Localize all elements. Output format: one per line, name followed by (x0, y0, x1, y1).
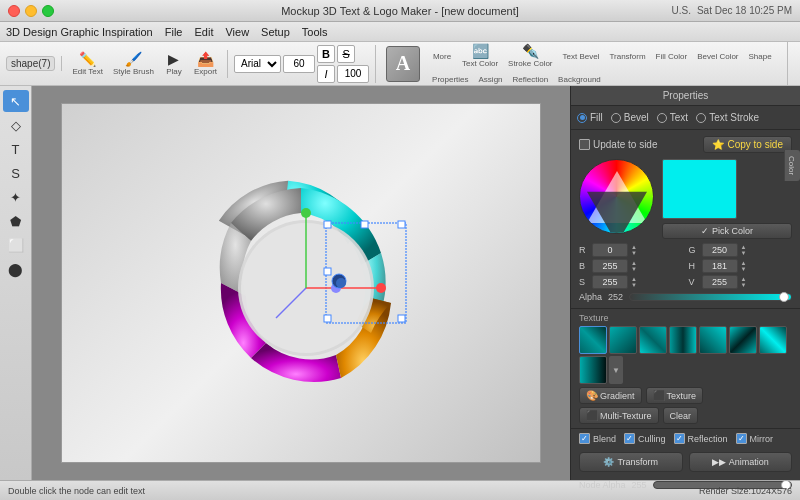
color-wheel[interactable] (579, 159, 654, 234)
properties-button[interactable]: Properties (428, 72, 472, 86)
strikethrough-button[interactable]: S (337, 45, 355, 63)
checks-row: Blend Culling Reflection Mirror (571, 429, 800, 448)
svg-rect-8 (324, 268, 331, 275)
texture-scroll[interactable]: ▼ (609, 356, 623, 384)
polygon-tool[interactable]: ⬟ (3, 210, 29, 232)
bevel-color-button[interactable]: Bevel Color (693, 49, 742, 63)
reflection-checkbox[interactable] (674, 433, 685, 444)
titlebar-right: U.S. Sat Dec 18 10:25 PM (671, 5, 792, 16)
gradient-button[interactable]: 🎨 Gradient (579, 387, 642, 404)
app-name: 3D Design Graphic Inspiration (6, 26, 153, 38)
stroke-color-button[interactable]: ✒️ Stroke Color (504, 42, 556, 70)
update-checkbox[interactable] (579, 139, 590, 150)
b-input[interactable] (592, 259, 628, 273)
pick-color-button[interactable]: Pick Color (662, 223, 792, 239)
g-input[interactable] (702, 243, 738, 257)
color-side-tab[interactable]: Color (784, 150, 800, 181)
update-to-side-checkbox[interactable]: Update to side (579, 139, 658, 150)
v-input[interactable] (702, 275, 738, 289)
reflection-button[interactable]: Reflection (509, 72, 553, 86)
blend-checkbox[interactable] (579, 433, 590, 444)
alpha-slider[interactable] (629, 293, 792, 301)
blend-check[interactable]: Blend (579, 433, 616, 444)
h-input[interactable] (702, 259, 738, 273)
culling-label: Culling (638, 434, 666, 444)
text-bevel-button[interactable]: Text Bevel (559, 49, 604, 63)
close-button[interactable] (8, 5, 20, 17)
canvas-area[interactable] (32, 86, 570, 480)
play-button[interactable]: ▶ Play (160, 50, 188, 78)
font-size-large-input[interactable] (337, 65, 369, 83)
reflection-check[interactable]: Reflection (674, 433, 728, 444)
b-stepper[interactable]: ▲▼ (631, 260, 637, 272)
fullscreen-button[interactable] (42, 5, 54, 17)
text-tool[interactable]: T (3, 138, 29, 160)
mirror-checkbox[interactable] (736, 433, 747, 444)
text-stroke-radio[interactable] (696, 113, 706, 123)
texture-thumb-3[interactable] (639, 326, 667, 354)
fill-color-button[interactable]: Fill Color (652, 49, 692, 63)
clear-button[interactable]: Clear (663, 407, 699, 424)
select-tool[interactable]: ↖ (3, 90, 29, 112)
a-button[interactable]: A (386, 46, 420, 82)
text-color-button[interactable]: 🔤 Text Color (458, 42, 502, 70)
mirror-check[interactable]: Mirror (736, 433, 774, 444)
traffic-lights (8, 5, 54, 17)
texture-thumb-6[interactable] (729, 326, 757, 354)
menu-setup[interactable]: Setup (261, 26, 290, 38)
shape-button[interactable]: Shape (745, 49, 776, 63)
pen-tool[interactable]: ◇ (3, 114, 29, 136)
italic-button[interactable]: I (317, 65, 335, 83)
ellipse-tool[interactable]: ⬤ (3, 258, 29, 280)
texture-button[interactable]: ⬛ Texture (646, 387, 704, 404)
font-size-input[interactable] (283, 55, 315, 73)
animation-button[interactable]: ▶▶ Animation (689, 452, 793, 472)
r-stepper[interactable]: ▲▼ (631, 244, 637, 256)
edit-text-button[interactable]: ✏️ Edit Text (68, 50, 107, 78)
texture-thumb-7[interactable] (759, 326, 787, 354)
menu-file[interactable]: File (165, 26, 183, 38)
menu-edit[interactable]: Edit (194, 26, 213, 38)
v-row: V ▲▼ (689, 275, 793, 289)
menu-tools[interactable]: Tools (302, 26, 328, 38)
minimize-button[interactable] (25, 5, 37, 17)
bevel-tab[interactable]: Bevel (611, 112, 649, 123)
v-stepper[interactable]: ▲▼ (741, 276, 747, 288)
bevel-radio[interactable] (611, 113, 621, 123)
transform-button[interactable]: ⚙️ Transform (579, 452, 683, 472)
assign-button[interactable]: Assign (475, 72, 507, 86)
color-preview-box[interactable] (662, 159, 737, 219)
text-stroke-tab[interactable]: Text Stroke (696, 112, 759, 123)
rect-tool[interactable]: ⬜ (3, 234, 29, 256)
background-button[interactable]: Background (554, 72, 605, 86)
texture-thumb-5[interactable] (699, 326, 727, 354)
shape-tool[interactable]: S (3, 162, 29, 184)
s-stepper[interactable]: ▲▼ (631, 276, 637, 288)
fill-tab[interactable]: Fill (577, 112, 603, 123)
text-radio[interactable] (657, 113, 667, 123)
export-button[interactable]: 📤 Export (190, 50, 221, 78)
s-input[interactable] (592, 275, 628, 289)
g-stepper[interactable]: ▲▼ (741, 244, 747, 256)
texture-thumb-4[interactable] (669, 326, 697, 354)
fill-radio[interactable] (577, 113, 587, 123)
texture-thumb-8[interactable] (579, 356, 607, 384)
menu-view[interactable]: View (225, 26, 249, 38)
style-brush-button[interactable]: 🖌️ Style Brush (109, 50, 158, 78)
transform-button[interactable]: Transform (605, 49, 649, 63)
r-input[interactable] (592, 243, 628, 257)
texture-thumb-1[interactable] (579, 326, 607, 354)
star-tool[interactable]: ✦ (3, 186, 29, 208)
texture-buttons: 🎨 Gradient ⬛ Texture (579, 387, 792, 404)
culling-check[interactable]: Culling (624, 433, 666, 444)
texture-thumb-2[interactable] (609, 326, 637, 354)
text-tab[interactable]: Text (657, 112, 688, 123)
more-button[interactable]: More (428, 49, 456, 63)
h-stepper[interactable]: ▲▼ (741, 260, 747, 272)
copy-to-side-button[interactable]: ⭐ Copy to side (703, 136, 792, 153)
bold-button[interactable]: B (317, 45, 335, 63)
culling-checkbox[interactable] (624, 433, 635, 444)
multi-texture-button[interactable]: ⬛ Multi-Texture (579, 407, 659, 424)
font-select[interactable]: Arial (234, 55, 281, 73)
animation-label: Animation (729, 457, 769, 467)
